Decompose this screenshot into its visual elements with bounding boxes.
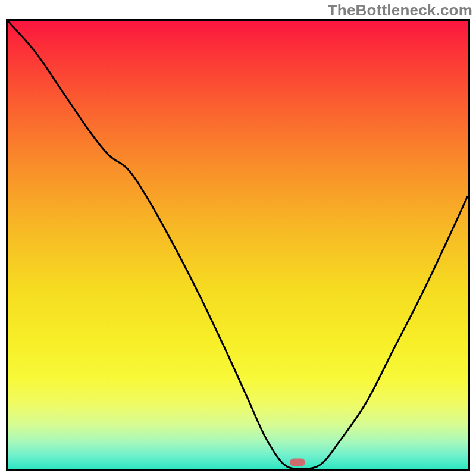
watermark-text: TheBottleneck.com [328, 1, 472, 20]
chart-stage: TheBottleneck.com [0, 0, 476, 476]
curve-path [8, 21, 468, 469]
plot-area [6, 19, 470, 471]
bottleneck-curve [8, 21, 468, 469]
optimal-marker [290, 458, 305, 466]
